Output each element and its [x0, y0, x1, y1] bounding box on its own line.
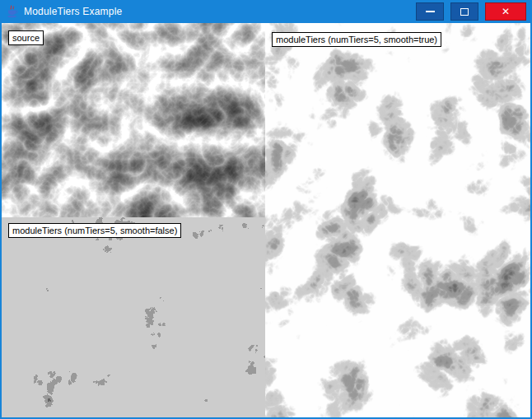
- window-title: ModuleTiers Example: [24, 6, 122, 17]
- tiers-smooth-true-image: [265, 23, 530, 417]
- content-area: source moduleTiers (numTiers=5, smooth=t…: [2, 23, 530, 417]
- minimize-button[interactable]: [416, 2, 444, 21]
- titlebar[interactable]: ModuleTiers Example ✕: [0, 0, 532, 23]
- maximize-button[interactable]: [450, 2, 478, 21]
- minimize-icon: [426, 11, 435, 12]
- close-icon: ✕: [502, 7, 510, 16]
- window-controls: ✕: [416, 2, 526, 21]
- java-app-icon: [6, 5, 19, 18]
- tiers-smooth-false-label: moduleTiers (numTiers=5, smooth=false): [8, 223, 181, 238]
- source-image-label: source: [8, 30, 44, 45]
- maximize-icon: [460, 8, 469, 16]
- tiers-smooth-true-label: moduleTiers (numTiers=5, smooth=true): [272, 32, 441, 47]
- app-window: ModuleTiers Example ✕ source moduleTiers…: [0, 0, 532, 419]
- tiers-smooth-false-image: [2, 217, 265, 417]
- close-button[interactable]: ✕: [485, 2, 526, 21]
